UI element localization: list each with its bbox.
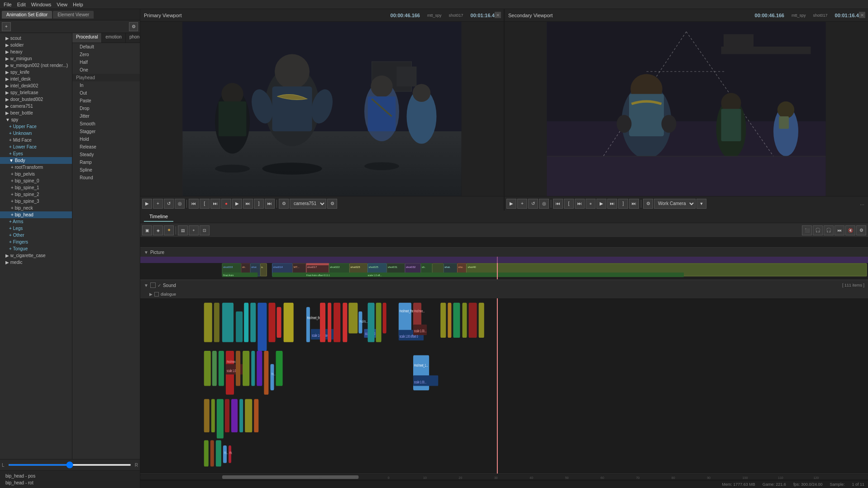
vp-frame-fwd[interactable]: ] xyxy=(254,199,264,209)
sec-vp-add[interactable]: + xyxy=(517,199,527,209)
sound-visible-icon[interactable]: ✓ xyxy=(157,283,161,288)
tree-item-spy-briefcase[interactable]: ▶ spy_briefcase xyxy=(0,89,72,96)
tl-btn3[interactable]: ⊡ xyxy=(200,225,210,235)
anim-tab-emotion[interactable]: emotion xyxy=(102,33,126,43)
sec-vp-start[interactable]: ⏭ xyxy=(575,199,585,209)
vp-start[interactable]: ⏭ xyxy=(210,199,220,209)
sec-vp-end[interactable]: ⏭ xyxy=(629,199,639,209)
tl-btn1[interactable]: ▤ xyxy=(178,225,188,235)
tree-item-intel-desk[interactable]: ▶ intel_desk xyxy=(0,76,72,82)
tree-item-wminigun[interactable]: ▶ w_minigun xyxy=(0,55,72,62)
anim-item-hold[interactable]: Hold xyxy=(72,135,140,143)
tree-item-bip-spine0[interactable]: + bip_spine_0 xyxy=(0,177,72,184)
anim-item-jitter[interactable]: Jitter xyxy=(72,112,140,120)
tl-settings-right[interactable]: ⚙ xyxy=(856,225,866,235)
anim-item-one[interactable]: One xyxy=(72,66,140,74)
sec-camera-select[interactable]: Work Camera xyxy=(654,199,696,209)
tree-item-w-cigarette-case[interactable]: ▶ w_cigarette_case xyxy=(0,252,72,259)
sec-vp-play-main[interactable]: ▶ xyxy=(596,199,606,209)
tree-item-bip-neck[interactable]: + bip_neck xyxy=(0,205,72,211)
vp-end[interactable]: ⏭ xyxy=(265,199,275,209)
track-bip-head-pos[interactable]: bip_head - pos xyxy=(2,473,138,479)
tree-item-medic[interactable]: ▶ medic xyxy=(0,259,72,266)
anim-item-stagger[interactable]: Stagger xyxy=(72,128,140,135)
tree-item-bip-spine2[interactable]: + bip_spine_2 xyxy=(0,191,72,198)
settings-button[interactable]: ⚙ xyxy=(129,22,138,31)
vp-next-frame[interactable]: ⏭ xyxy=(243,199,253,209)
sec-vp-fwd[interactable]: ] xyxy=(618,199,628,209)
tl-select[interactable]: ▣ xyxy=(142,225,152,235)
anim-item-smooth[interactable]: Smooth xyxy=(72,120,140,128)
tree-item-arms[interactable]: + Arms xyxy=(0,218,72,225)
tree-item-legs[interactable]: + Legs xyxy=(0,225,72,232)
sec-vp-back[interactable]: [ xyxy=(564,199,574,209)
tl-headphone2[interactable]: 🎧 xyxy=(824,225,834,235)
tree-item-scout[interactable]: ▶ scout xyxy=(0,35,72,42)
vp-play-button[interactable]: ▶ xyxy=(142,199,152,209)
menu-view[interactable]: View xyxy=(57,2,67,7)
dialogue-lock[interactable] xyxy=(154,292,159,297)
sound-expand-icon[interactable]: ▼ xyxy=(144,283,148,288)
camera-select[interactable]: camera751 xyxy=(290,199,326,209)
sec-vp-cam-settings[interactable]: ▼ xyxy=(696,199,706,209)
tree-item-eyes[interactable]: + Eyes xyxy=(0,150,72,157)
track-bip-head-rot[interactable]: bip_head - rot xyxy=(2,479,138,486)
anim-item-default[interactable]: Default xyxy=(72,43,140,51)
tree-item-soldier[interactable]: ▶ soldier xyxy=(0,42,72,48)
vp-record[interactable]: ● xyxy=(221,199,231,209)
tl-mute[interactable]: 🔇 xyxy=(845,225,855,235)
vp-frame-back[interactable]: [ xyxy=(200,199,210,209)
timeline-tab[interactable]: Timeline xyxy=(144,212,173,222)
tree-item-other[interactable]: + Other xyxy=(0,232,72,239)
tl-record-right[interactable]: ⬛ xyxy=(802,225,812,235)
anim-item-zero[interactable]: Zero xyxy=(72,51,140,58)
sec-vp-prev[interactable]: ⏮ xyxy=(553,199,563,209)
tree-item-body[interactable]: ▼ Body xyxy=(0,157,72,164)
tab-animation-set-editor[interactable]: Animation Set Editor xyxy=(2,11,52,19)
tree-item-bip-spine1[interactable]: + bip_spine_1 xyxy=(0,184,72,191)
lr-range-input[interactable] xyxy=(8,464,131,466)
menu-windows[interactable]: Windows xyxy=(31,2,52,7)
anim-item-ramp[interactable]: Ramp xyxy=(72,158,140,166)
sec-vp-play[interactable]: ▶ xyxy=(506,199,516,209)
tree-item-root-transform[interactable]: + rootTransform xyxy=(0,164,72,171)
vp-add-button[interactable]: + xyxy=(153,199,163,209)
vp-circle-button[interactable]: ◎ xyxy=(175,199,185,209)
tree-item-heavy[interactable]: ▶ heavy xyxy=(0,48,72,55)
anim-item-out[interactable]: Out xyxy=(72,89,140,97)
tl-move[interactable]: ◈ xyxy=(153,225,163,235)
tl-skip-end[interactable]: ⏭ xyxy=(835,225,844,235)
dialogue-expand[interactable]: ▶ xyxy=(149,292,153,297)
tl-add-key[interactable]: ✦ xyxy=(164,225,174,235)
tree-item-spy-knife[interactable]: ▶ spy_knife xyxy=(0,69,72,76)
anim-tab-procedural[interactable]: Procedural xyxy=(72,33,102,43)
anim-tab-phoneme[interactable]: phoneme xyxy=(126,33,140,43)
tree-item-upper-face[interactable]: + Upper Face xyxy=(0,123,72,130)
anim-item-spline[interactable]: Spline xyxy=(72,166,140,174)
tree-item-wminigun002[interactable]: ▶ w_minigun002 (not render...) xyxy=(0,62,72,69)
add-button[interactable]: + xyxy=(2,22,11,31)
tree-item-bip-head[interactable]: + bip_head xyxy=(0,211,72,218)
vp-refresh-button[interactable]: ↺ xyxy=(164,199,174,209)
menu-help[interactable]: Help xyxy=(73,2,83,7)
tree-item-tongue[interactable]: + Tongue xyxy=(0,245,72,252)
sec-vp-settings[interactable]: ⚙ xyxy=(643,199,653,209)
anim-item-half[interactable]: Half xyxy=(72,58,140,66)
sound-lock-icon[interactable] xyxy=(150,282,156,288)
secondary-viewport-close[interactable]: ✕ xyxy=(859,12,865,18)
tree-item-bip-pelvis[interactable]: + bip_pelvis xyxy=(0,171,72,177)
tl-headphone1[interactable]: 🎧 xyxy=(813,225,823,235)
sec-vp-record[interactable]: ● xyxy=(586,199,596,209)
tree-item-fingers[interactable]: + Fingers xyxy=(0,239,72,245)
anim-item-drop[interactable]: Drop xyxy=(72,105,140,112)
tree-item-spy[interactable]: ▼ spy xyxy=(0,116,72,123)
menu-file[interactable]: File xyxy=(4,2,12,7)
tree-item-unknown[interactable]: + Unknown xyxy=(0,130,72,137)
vp-play-main[interactable]: ▶ xyxy=(232,199,242,209)
tree-item-bip-spine3[interactable]: + bip_spine_3 xyxy=(0,198,72,205)
tree-item-lower-face[interactable]: + Lower Face xyxy=(0,144,72,150)
menu-edit[interactable]: Edit xyxy=(17,2,26,7)
sec-vp-next[interactable]: ⏭ xyxy=(607,199,617,209)
vp-cam-settings[interactable]: ⚙ xyxy=(327,199,337,209)
anim-item-paste[interactable]: Paste xyxy=(72,97,140,105)
